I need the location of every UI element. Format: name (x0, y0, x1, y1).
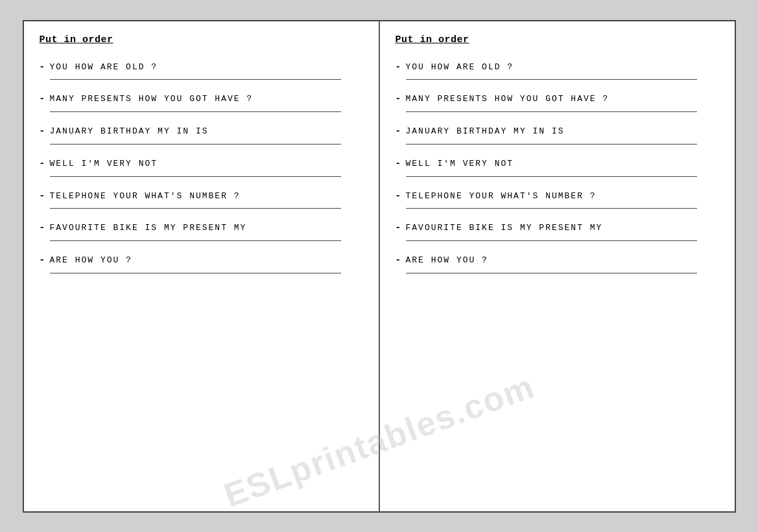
prompt-text: FAVOURITE BIKE IS MY PRESENT MY (406, 222, 603, 235)
prompt-line: - TELEPHONE YOUR WHAT'S NUMBER ? (396, 189, 719, 203)
left-panel: Put in order - YOU HOW ARE OLD ? - MANY … (23, 21, 379, 512)
list-item: - JANUARY BIRTHDAY MY IN IS (396, 124, 719, 145)
answer-line (50, 79, 341, 80)
prompt-text: YOU HOW ARE OLD ? (406, 61, 514, 75)
answer-line (50, 111, 341, 112)
right-panel: Put in order - YOU HOW ARE OLD ? - MANY … (379, 21, 735, 512)
prompt-line: - MANY PRESENTS HOW YOU GOT HAVE ? (40, 91, 363, 106)
prompt-line: - WELL I'M VERY NOT (396, 156, 719, 171)
list-item: - YOU HOW ARE OLD ? (40, 60, 363, 80)
prompt-text: WELL I'M VERY NOT (406, 157, 514, 171)
dash-icon: - (396, 91, 402, 106)
list-item: - ARE HOW YOU ? (396, 253, 719, 273)
prompt-line: - TELEPHONE YOUR WHAT'S NUMBER ? (40, 189, 363, 203)
list-item: - FAVOURITE BIKE IS MY PRESENT MY (40, 220, 363, 241)
prompt-line: - JANUARY BIRTHDAY MY IN IS (40, 124, 363, 139)
dash-icon: - (396, 220, 402, 235)
prompt-text: ARE HOW YOU ? (50, 254, 132, 268)
answer-line (50, 208, 341, 209)
prompt-text: YOU HOW ARE OLD ? (50, 61, 158, 75)
prompt-line: - ARE HOW YOU ? (396, 253, 719, 268)
answer-line (406, 144, 697, 145)
dash-icon: - (396, 124, 402, 138)
prompt-line: - ARE HOW YOU ? (40, 253, 363, 268)
answer-line (50, 273, 341, 273)
dash-icon: - (40, 91, 46, 106)
prompt-line: - YOU HOW ARE OLD ? (40, 60, 363, 75)
dash-icon: - (396, 60, 402, 74)
list-item: - ARE HOW YOU ? (40, 253, 363, 273)
prompt-text: TELEPHONE YOUR WHAT'S NUMBER ? (406, 190, 597, 203)
answer-line (406, 240, 697, 241)
left-panel-title: Put in order (40, 34, 363, 45)
prompt-line: - FAVOURITE BIKE IS MY PRESENT MY (396, 220, 719, 235)
list-item: - FAVOURITE BIKE IS MY PRESENT MY (396, 220, 719, 241)
dash-icon: - (40, 220, 46, 235)
answer-line (406, 79, 697, 80)
list-item: - TELEPHONE YOUR WHAT'S NUMBER ? (396, 189, 719, 209)
prompt-line: - JANUARY BIRTHDAY MY IN IS (396, 124, 719, 139)
list-item: - WELL I'M VERY NOT (396, 156, 719, 177)
right-panel-title: Put in order (396, 34, 719, 45)
answer-line (406, 111, 697, 112)
list-item: - JANUARY BIRTHDAY MY IN IS (40, 124, 363, 145)
answer-line (406, 273, 697, 273)
answer-line (50, 176, 341, 177)
dash-icon: - (396, 253, 402, 267)
list-item: - WELL I'M VERY NOT (40, 156, 363, 177)
prompt-text: FAVOURITE BIKE IS MY PRESENT MY (50, 222, 247, 235)
dash-icon: - (40, 124, 46, 138)
dash-icon: - (396, 156, 402, 170)
prompt-text: TELEPHONE YOUR WHAT'S NUMBER ? (50, 190, 241, 203)
list-item: - MANY PRESENTS HOW YOU GOT HAVE ? (396, 91, 719, 112)
answer-line (50, 144, 341, 145)
prompt-text: MANY PRESENTS HOW YOU GOT HAVE ? (50, 93, 254, 106)
dash-icon: - (40, 253, 46, 267)
prompt-text: JANUARY BIRTHDAY MY IN IS (50, 125, 209, 139)
prompt-text: MANY PRESENTS HOW YOU GOT HAVE ? (406, 93, 610, 106)
answer-line (406, 176, 697, 177)
list-item: - MANY PRESENTS HOW YOU GOT HAVE ? (40, 91, 363, 112)
dash-icon: - (40, 189, 46, 203)
list-item: - YOU HOW ARE OLD ? (396, 60, 719, 80)
answer-line (406, 208, 697, 209)
prompt-line: - WELL I'M VERY NOT (40, 156, 363, 171)
prompt-text: ARE HOW YOU ? (406, 254, 488, 268)
list-item: - TELEPHONE YOUR WHAT'S NUMBER ? (40, 189, 363, 209)
answer-line (50, 240, 341, 241)
prompt-line: - MANY PRESENTS HOW YOU GOT HAVE ? (396, 91, 719, 106)
prompt-line: - YOU HOW ARE OLD ? (396, 60, 719, 75)
worksheet-page: Put in order - YOU HOW ARE OLD ? - MANY … (23, 20, 736, 513)
dash-icon: - (396, 189, 402, 203)
prompt-text: WELL I'M VERY NOT (50, 157, 158, 171)
prompt-line: - FAVOURITE BIKE IS MY PRESENT MY (40, 220, 363, 235)
prompt-text: JANUARY BIRTHDAY MY IN IS (406, 125, 565, 139)
dash-icon: - (40, 60, 46, 74)
dash-icon: - (40, 156, 46, 170)
